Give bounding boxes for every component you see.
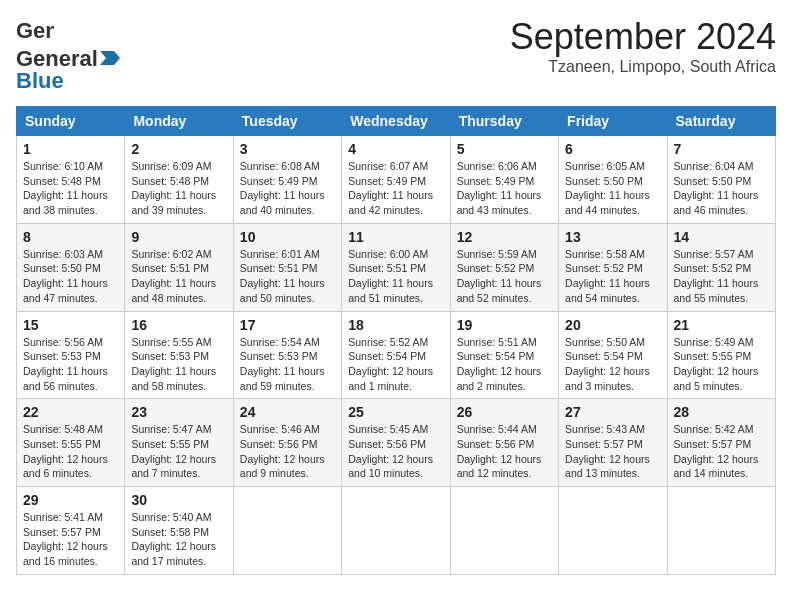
day-number: 22 — [23, 404, 118, 420]
calendar-cell: 15 Sunrise: 5:56 AMSunset: 5:53 PMDaylig… — [17, 311, 125, 399]
day-info: Sunrise: 5:42 AMSunset: 5:57 PMDaylight:… — [674, 423, 759, 479]
day-number: 19 — [457, 317, 552, 333]
day-number: 29 — [23, 492, 118, 508]
day-number: 20 — [565, 317, 660, 333]
day-info: Sunrise: 5:52 AMSunset: 5:54 PMDaylight:… — [348, 336, 433, 392]
calendar-cell: 22 Sunrise: 5:48 AMSunset: 5:55 PMDaylig… — [17, 399, 125, 487]
logo-blue-text: Blue — [16, 68, 64, 94]
calendar-cell: 13 Sunrise: 5:58 AMSunset: 5:52 PMDaylig… — [559, 223, 667, 311]
day-number: 24 — [240, 404, 335, 420]
day-info: Sunrise: 5:48 AMSunset: 5:55 PMDaylight:… — [23, 423, 108, 479]
day-number: 27 — [565, 404, 660, 420]
calendar-cell: 7 Sunrise: 6:04 AMSunset: 5:50 PMDayligh… — [667, 136, 775, 224]
calendar-cell: 12 Sunrise: 5:59 AMSunset: 5:52 PMDaylig… — [450, 223, 558, 311]
day-number: 26 — [457, 404, 552, 420]
weekday-header-wednesday: Wednesday — [342, 107, 450, 136]
day-number: 3 — [240, 141, 335, 157]
day-info: Sunrise: 6:06 AMSunset: 5:49 PMDaylight:… — [457, 160, 542, 216]
day-info: Sunrise: 5:46 AMSunset: 5:56 PMDaylight:… — [240, 423, 325, 479]
calendar-cell: 14 Sunrise: 5:57 AMSunset: 5:52 PMDaylig… — [667, 223, 775, 311]
day-number: 12 — [457, 229, 552, 245]
day-info: Sunrise: 6:10 AMSunset: 5:48 PMDaylight:… — [23, 160, 108, 216]
calendar-cell: 1 Sunrise: 6:10 AMSunset: 5:48 PMDayligh… — [17, 136, 125, 224]
day-number: 16 — [131, 317, 226, 333]
calendar-cell: 28 Sunrise: 5:42 AMSunset: 5:57 PMDaylig… — [667, 399, 775, 487]
calendar-cell: 6 Sunrise: 6:05 AMSunset: 5:50 PMDayligh… — [559, 136, 667, 224]
day-info: Sunrise: 5:57 AMSunset: 5:52 PMDaylight:… — [674, 248, 759, 304]
calendar-week-row: 29 Sunrise: 5:41 AMSunset: 5:57 PMDaylig… — [17, 487, 776, 575]
calendar-cell: 29 Sunrise: 5:41 AMSunset: 5:57 PMDaylig… — [17, 487, 125, 575]
day-number: 21 — [674, 317, 769, 333]
day-info: Sunrise: 6:04 AMSunset: 5:50 PMDaylight:… — [674, 160, 759, 216]
day-number: 1 — [23, 141, 118, 157]
day-info: Sunrise: 6:08 AMSunset: 5:49 PMDaylight:… — [240, 160, 325, 216]
calendar-cell: 5 Sunrise: 6:06 AMSunset: 5:49 PMDayligh… — [450, 136, 558, 224]
calendar-cell: 8 Sunrise: 6:03 AMSunset: 5:50 PMDayligh… — [17, 223, 125, 311]
day-number: 18 — [348, 317, 443, 333]
day-info: Sunrise: 5:45 AMSunset: 5:56 PMDaylight:… — [348, 423, 433, 479]
calendar-cell: 24 Sunrise: 5:46 AMSunset: 5:56 PMDaylig… — [233, 399, 341, 487]
calendar-cell — [667, 487, 775, 575]
day-number: 30 — [131, 492, 226, 508]
weekday-header-row: SundayMondayTuesdayWednesdayThursdayFrid… — [17, 107, 776, 136]
calendar-table: SundayMondayTuesdayWednesdayThursdayFrid… — [16, 106, 776, 575]
day-number: 11 — [348, 229, 443, 245]
day-info: Sunrise: 5:59 AMSunset: 5:52 PMDaylight:… — [457, 248, 542, 304]
calendar-cell: 25 Sunrise: 5:45 AMSunset: 5:56 PMDaylig… — [342, 399, 450, 487]
logo: General General Blue — [16, 16, 120, 94]
day-number: 6 — [565, 141, 660, 157]
logo-arrow-icon — [100, 47, 120, 69]
day-info: Sunrise: 6:09 AMSunset: 5:48 PMDaylight:… — [131, 160, 216, 216]
weekday-header-sunday: Sunday — [17, 107, 125, 136]
calendar-cell: 17 Sunrise: 5:54 AMSunset: 5:53 PMDaylig… — [233, 311, 341, 399]
day-info: Sunrise: 5:44 AMSunset: 5:56 PMDaylight:… — [457, 423, 542, 479]
day-number: 28 — [674, 404, 769, 420]
calendar-week-row: 15 Sunrise: 5:56 AMSunset: 5:53 PMDaylig… — [17, 311, 776, 399]
svg-text:General: General — [16, 18, 54, 43]
day-info: Sunrise: 5:50 AMSunset: 5:54 PMDaylight:… — [565, 336, 650, 392]
calendar-cell: 18 Sunrise: 5:52 AMSunset: 5:54 PMDaylig… — [342, 311, 450, 399]
location-title: Tzaneen, Limpopo, South Africa — [510, 58, 776, 76]
calendar-cell: 19 Sunrise: 5:51 AMSunset: 5:54 PMDaylig… — [450, 311, 558, 399]
calendar-cell: 27 Sunrise: 5:43 AMSunset: 5:57 PMDaylig… — [559, 399, 667, 487]
day-info: Sunrise: 6:01 AMSunset: 5:51 PMDaylight:… — [240, 248, 325, 304]
weekday-header-thursday: Thursday — [450, 107, 558, 136]
day-info: Sunrise: 6:03 AMSunset: 5:50 PMDaylight:… — [23, 248, 108, 304]
day-info: Sunrise: 5:51 AMSunset: 5:54 PMDaylight:… — [457, 336, 542, 392]
calendar-cell: 9 Sunrise: 6:02 AMSunset: 5:51 PMDayligh… — [125, 223, 233, 311]
calendar-week-row: 8 Sunrise: 6:03 AMSunset: 5:50 PMDayligh… — [17, 223, 776, 311]
calendar-cell: 16 Sunrise: 5:55 AMSunset: 5:53 PMDaylig… — [125, 311, 233, 399]
calendar-week-row: 1 Sunrise: 6:10 AMSunset: 5:48 PMDayligh… — [17, 136, 776, 224]
weekday-header-monday: Monday — [125, 107, 233, 136]
calendar-cell: 3 Sunrise: 6:08 AMSunset: 5:49 PMDayligh… — [233, 136, 341, 224]
calendar-cell — [233, 487, 341, 575]
day-number: 10 — [240, 229, 335, 245]
calendar-week-row: 22 Sunrise: 5:48 AMSunset: 5:55 PMDaylig… — [17, 399, 776, 487]
svg-marker-1 — [100, 51, 120, 65]
calendar-cell: 30 Sunrise: 5:40 AMSunset: 5:58 PMDaylig… — [125, 487, 233, 575]
calendar-cell: 11 Sunrise: 6:00 AMSunset: 5:51 PMDaylig… — [342, 223, 450, 311]
calendar-cell: 20 Sunrise: 5:50 AMSunset: 5:54 PMDaylig… — [559, 311, 667, 399]
day-number: 13 — [565, 229, 660, 245]
calendar-cell — [450, 487, 558, 575]
day-info: Sunrise: 5:47 AMSunset: 5:55 PMDaylight:… — [131, 423, 216, 479]
day-number: 14 — [674, 229, 769, 245]
title-block: September 2024 Tzaneen, Limpopo, South A… — [510, 16, 776, 76]
day-number: 8 — [23, 229, 118, 245]
day-info: Sunrise: 5:54 AMSunset: 5:53 PMDaylight:… — [240, 336, 325, 392]
day-info: Sunrise: 6:02 AMSunset: 5:51 PMDaylight:… — [131, 248, 216, 304]
day-number: 7 — [674, 141, 769, 157]
day-info: Sunrise: 5:55 AMSunset: 5:53 PMDaylight:… — [131, 336, 216, 392]
day-number: 9 — [131, 229, 226, 245]
weekday-header-friday: Friday — [559, 107, 667, 136]
day-number: 17 — [240, 317, 335, 333]
day-info: Sunrise: 5:49 AMSunset: 5:55 PMDaylight:… — [674, 336, 759, 392]
calendar-cell: 23 Sunrise: 5:47 AMSunset: 5:55 PMDaylig… — [125, 399, 233, 487]
day-number: 2 — [131, 141, 226, 157]
weekday-header-saturday: Saturday — [667, 107, 775, 136]
day-info: Sunrise: 6:07 AMSunset: 5:49 PMDaylight:… — [348, 160, 433, 216]
calendar-cell: 2 Sunrise: 6:09 AMSunset: 5:48 PMDayligh… — [125, 136, 233, 224]
day-number: 5 — [457, 141, 552, 157]
day-info: Sunrise: 5:41 AMSunset: 5:57 PMDaylight:… — [23, 511, 108, 567]
calendar-cell — [342, 487, 450, 575]
